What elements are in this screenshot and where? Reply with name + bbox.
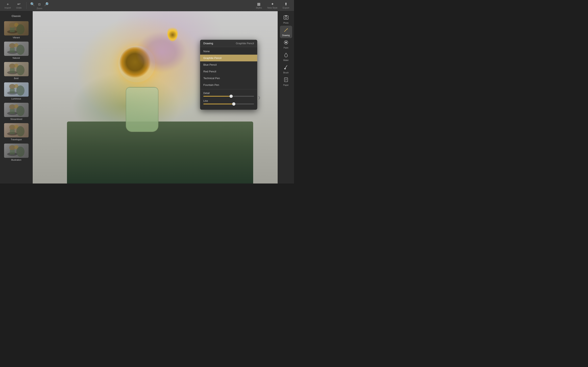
dropdown-items-list: NoneGraphite PencilBlue PencilRed Pencil…	[200, 47, 257, 89]
zoom-label: Zoom	[36, 7, 42, 9]
dropdown-item-red_pencil[interactable]: Red Pencil	[200, 68, 257, 75]
svg-rect-20	[10, 89, 15, 93]
svg-rect-42	[284, 16, 288, 19]
dropdown-sliders: Detail Line	[200, 89, 257, 110]
collapse-chevron[interactable]: ❯	[258, 95, 260, 99]
svg-point-5	[16, 24, 25, 34]
style-name-streamlined: Streamlined	[10, 118, 22, 120]
svg-rect-8	[10, 48, 15, 53]
paper-icon	[283, 77, 289, 83]
sidebar-item-streamlined[interactable]: Streamlined	[1, 101, 31, 122]
style-thumb-natural	[4, 42, 29, 56]
detail-slider-group: Detail	[203, 92, 254, 97]
panel-label-drawing: Drawing	[282, 34, 290, 36]
undo-button[interactable]: ↩ Undo	[14, 1, 24, 10]
panel-label-brush: Brush	[283, 72, 288, 74]
toolbar: ＋ Import ↩ Undo 🔍 ⊡ 🔎 Zoom ▦	[0, 0, 294, 11]
zoom-reset-button[interactable]: ⊡	[36, 2, 43, 7]
sidebar-title: Classic	[0, 13, 33, 20]
style-thumb-luminous	[4, 82, 29, 97]
svg-rect-44	[285, 15, 287, 16]
panel-btn-photo[interactable]: Photo	[280, 13, 292, 26]
svg-line-50	[285, 66, 287, 68]
styles-button[interactable]: ▦ Styles	[253, 1, 264, 10]
style-name-bold: Bold	[14, 77, 18, 80]
style-name-natural: Natural	[13, 57, 20, 59]
undo-icon: ↩	[17, 2, 20, 6]
zoom-in-icon: 🔎	[44, 2, 49, 6]
dropdown-header[interactable]: Drawing Graphite Pencil	[200, 40, 257, 47]
new-style-button[interactable]: ✦ New Style	[265, 1, 279, 10]
dropdown-item-technical_pen[interactable]: Technical Pen	[200, 75, 257, 82]
style-name-illustration: Illustration	[11, 159, 21, 161]
style-name-travelogue: Travelogue	[11, 138, 22, 141]
style-thumb-svg	[4, 123, 29, 137]
svg-point-29	[16, 106, 25, 116]
panel-label-water: Water	[283, 59, 288, 61]
style-name-luminous: Luminous	[11, 98, 21, 100]
canvas-area[interactable]: Drawing Graphite Pencil NoneGraphite Pen…	[33, 11, 278, 184]
detail-slider-thumb[interactable]	[229, 95, 233, 98]
styles-label: Styles	[256, 7, 262, 9]
style-thumb-vibrant	[4, 21, 29, 35]
svg-point-11	[16, 45, 25, 55]
style-list: Vibrant Natural	[0, 20, 33, 162]
style-thumb-svg	[4, 42, 29, 56]
sidebar-item-travelogue[interactable]: Travelogue	[1, 122, 31, 142]
import-button[interactable]: ＋ Import	[2, 1, 13, 10]
svg-rect-26	[10, 109, 15, 114]
new-style-icon: ✦	[271, 2, 274, 6]
panel-btn-water[interactable]: Water	[280, 50, 292, 63]
svg-rect-2	[10, 27, 15, 32]
export-button[interactable]: ⬆ Export	[280, 1, 292, 10]
line-slider-label: Line	[203, 100, 254, 102]
panel-btn-drawing[interactable]: Drawing	[280, 26, 292, 38]
new-style-label: New Style	[267, 7, 277, 9]
sidebar: Classic Vibrant	[0, 11, 33, 184]
svg-point-51	[284, 68, 286, 69]
sidebar-item-vibrant[interactable]: Vibrant	[1, 20, 31, 40]
detail-slider-track[interactable]	[203, 96, 254, 97]
style-thumb-svg	[4, 82, 29, 97]
panel-label-paint: Paint	[284, 47, 288, 49]
styles-icon: ▦	[257, 2, 260, 6]
zoom-out-button[interactable]: 🔍	[29, 2, 36, 7]
style-thumb-illustration	[4, 143, 29, 158]
water-icon	[283, 52, 289, 58]
svg-line-45	[285, 29, 287, 31]
panel-buttons: Photo Drawing Paint Water Brush Paper	[280, 13, 292, 88]
line-slider-fill	[203, 104, 234, 104]
style-thumb-svg	[4, 62, 29, 76]
sidebar-item-bold[interactable]: Bold	[1, 61, 31, 81]
style-thumb-streamlined	[4, 103, 29, 117]
zoom-group: 🔍 ⊡ 🔎 Zoom	[29, 2, 50, 9]
panel-btn-brush[interactable]: Brush	[280, 63, 292, 75]
drawing-dropdown-panel: Drawing Graphite Pencil NoneGraphite Pen…	[200, 40, 257, 110]
paint-icon	[283, 40, 289, 46]
panel-btn-paper[interactable]: Paper	[280, 75, 292, 88]
dropdown-item-fountain_pen[interactable]: Fountain Pen	[200, 82, 257, 88]
export-icon: ⬆	[285, 2, 287, 6]
svg-point-17	[16, 65, 25, 75]
sidebar-item-natural[interactable]: Natural	[1, 40, 31, 60]
dropdown-item-blue_pencil[interactable]: Blue Pencil	[200, 61, 257, 68]
dropdown-item-none[interactable]: None	[200, 48, 257, 55]
zoom-in-button[interactable]: 🔎	[43, 2, 50, 7]
svg-rect-38	[10, 150, 15, 155]
import-label: Import	[4, 7, 11, 9]
toolbar-right-group: ▦ Styles ✦ New Style ⬆ Export	[253, 1, 292, 10]
export-label: Export	[283, 7, 289, 9]
dropdown-item-graphite_pencil[interactable]: Graphite Pencil	[200, 55, 257, 61]
dropdown-header-value: Graphite Pencil	[236, 42, 254, 45]
line-slider-thumb[interactable]	[232, 102, 235, 106]
style-thumb-bold	[4, 62, 29, 76]
style-thumb-travelogue	[4, 123, 29, 137]
panel-btn-paint[interactable]: Paint	[280, 38, 292, 50]
panel-label-photo: Photo	[283, 22, 288, 24]
vase	[126, 87, 158, 132]
toolbar-divider-1	[26, 2, 26, 9]
sidebar-item-luminous[interactable]: Luminous	[1, 81, 31, 101]
sidebar-item-illustration[interactable]: Illustration	[1, 142, 31, 162]
line-slider-track[interactable]	[203, 104, 254, 104]
brush-icon	[283, 65, 289, 71]
